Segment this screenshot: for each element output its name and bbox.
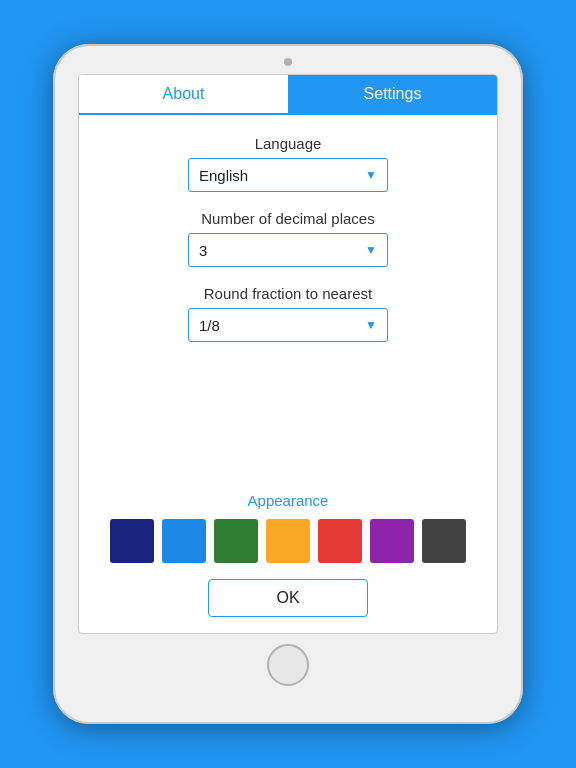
language-field-group: Language English ▼	[109, 135, 467, 192]
language-value: English	[199, 167, 248, 184]
tab-bar: About Settings	[79, 75, 497, 115]
settings-content: Language English ▼ Number of decimal pla…	[79, 115, 497, 633]
language-dropdown[interactable]: English ▼	[188, 158, 388, 192]
decimal-places-dropdown-arrow: ▼	[365, 243, 377, 257]
decimal-places-field-group: Number of decimal places 3 ▼	[109, 210, 467, 267]
appearance-section: Appearance	[109, 492, 467, 563]
tab-settings[interactable]: Settings	[288, 75, 497, 113]
ok-button[interactable]: OK	[208, 579, 368, 617]
round-fraction-value: 1/8	[199, 317, 220, 334]
color-swatches	[110, 519, 466, 563]
round-fraction-dropdown-arrow: ▼	[365, 318, 377, 332]
home-button[interactable]	[267, 644, 309, 686]
screen: About Settings Language English ▼ Number…	[78, 74, 498, 634]
language-label: Language	[255, 135, 322, 152]
swatch-green[interactable]	[214, 519, 258, 563]
round-fraction-dropdown[interactable]: 1/8 ▼	[188, 308, 388, 342]
swatch-purple[interactable]	[370, 519, 414, 563]
language-dropdown-arrow: ▼	[365, 168, 377, 182]
device-frame: About Settings Language English ▼ Number…	[53, 44, 523, 724]
swatch-blue[interactable]	[162, 519, 206, 563]
round-fraction-field-group: Round fraction to nearest 1/8 ▼	[109, 285, 467, 342]
swatch-gray[interactable]	[422, 519, 466, 563]
swatch-dark-blue[interactable]	[110, 519, 154, 563]
tab-about[interactable]: About	[79, 75, 288, 113]
swatch-red[interactable]	[318, 519, 362, 563]
camera	[284, 58, 292, 66]
swatch-orange[interactable]	[266, 519, 310, 563]
appearance-label: Appearance	[248, 492, 329, 509]
decimal-places-label: Number of decimal places	[201, 210, 374, 227]
decimal-places-dropdown[interactable]: 3 ▼	[188, 233, 388, 267]
decimal-places-value: 3	[199, 242, 207, 259]
round-fraction-label: Round fraction to nearest	[204, 285, 372, 302]
